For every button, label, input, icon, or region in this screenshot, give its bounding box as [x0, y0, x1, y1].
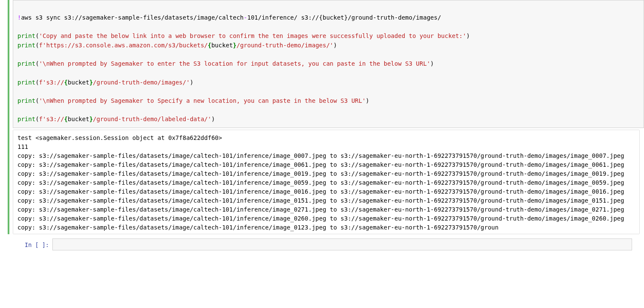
input-prompt: In [ ]:	[8, 238, 52, 251]
empty-code-cell[interactable]: In [ ]:	[8, 238, 644, 251]
code-cell[interactable]: !aws s3 sync s3://sagemaker-sample-files…	[8, 0, 644, 234]
notebook-container: !aws s3 sync s3://sagemaker-sample-files…	[0, 0, 644, 308]
empty-code-input[interactable]	[52, 238, 632, 250]
cell-output[interactable]: test <sagemaker.session.Session object a…	[13, 130, 639, 234]
code-input[interactable]: !aws s3 sync s3://sagemaker-sample-files…	[13, 0, 644, 128]
